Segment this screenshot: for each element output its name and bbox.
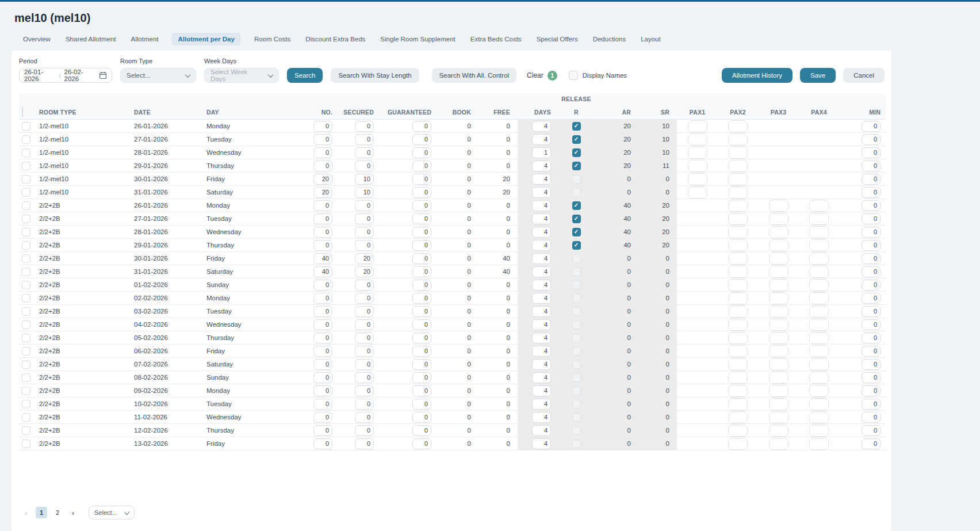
days-input[interactable]	[532, 346, 551, 357]
release-checkbox[interactable]	[572, 440, 581, 448]
pax4-input[interactable]	[809, 266, 829, 278]
min-input[interactable]	[862, 280, 881, 291]
days-input[interactable]	[532, 240, 551, 251]
min-input[interactable]	[862, 372, 881, 383]
no-input[interactable]	[313, 385, 332, 396]
min-input[interactable]	[862, 213, 881, 224]
min-input[interactable]	[862, 147, 881, 158]
pax2-input[interactable]	[728, 319, 748, 331]
secured-input[interactable]	[355, 359, 374, 370]
min-input[interactable]	[862, 174, 881, 185]
no-input[interactable]	[313, 319, 332, 330]
display-names-checkbox[interactable]	[569, 71, 578, 80]
tab-shared-allotment[interactable]: Shared Allotment	[64, 33, 117, 45]
pax2-input[interactable]	[728, 398, 748, 410]
search-button[interactable]: Search	[287, 68, 323, 83]
days-input[interactable]	[532, 319, 551, 330]
release-checkbox[interactable]: ✓	[572, 135, 581, 144]
pax3-input[interactable]	[769, 425, 788, 437]
days-input[interactable]	[532, 266, 551, 277]
row-checkbox[interactable]	[22, 334, 30, 342]
days-input[interactable]	[532, 121, 551, 132]
row-checkbox[interactable]	[22, 347, 30, 356]
release-checkbox[interactable]: ✓	[572, 241, 581, 250]
no-input[interactable]	[313, 359, 332, 370]
pax2-input[interactable]	[728, 239, 748, 251]
pax2-input[interactable]	[728, 425, 748, 437]
pax2-input[interactable]	[728, 345, 748, 357]
row-checkbox[interactable]	[22, 135, 30, 144]
min-input[interactable]	[862, 266, 881, 277]
min-input[interactable]	[862, 385, 881, 396]
allotment-history-button[interactable]: Allotment History	[722, 68, 793, 83]
secured-input[interactable]	[355, 385, 374, 396]
secured-input[interactable]	[355, 372, 374, 383]
days-input[interactable]	[532, 438, 551, 449]
secured-input[interactable]	[355, 200, 374, 211]
pax4-input[interactable]	[809, 398, 829, 410]
guaranteed-input[interactable]	[412, 399, 431, 410]
search-all-control-button[interactable]: Search With All. Control	[432, 68, 516, 83]
pax3-input[interactable]	[769, 358, 788, 370]
secured-input[interactable]	[355, 425, 374, 436]
pax3-input[interactable]	[769, 226, 788, 238]
pax1-input[interactable]	[688, 186, 707, 198]
pax4-input[interactable]	[809, 292, 829, 304]
pax4-input[interactable]	[809, 411, 829, 423]
days-input[interactable]	[532, 372, 551, 383]
pax1-input[interactable]	[688, 160, 707, 172]
pax4-input[interactable]	[809, 425, 829, 437]
no-input[interactable]	[313, 280, 332, 291]
pax4-input[interactable]	[809, 213, 829, 225]
pax3-input[interactable]	[769, 345, 788, 357]
pax4-input[interactable]	[809, 239, 829, 251]
pax1-input[interactable]	[688, 173, 707, 185]
no-input[interactable]	[313, 425, 332, 436]
secured-input[interactable]	[355, 280, 374, 291]
row-checkbox[interactable]	[22, 320, 30, 329]
row-checkbox[interactable]	[22, 201, 30, 210]
pax1-input[interactable]	[688, 133, 707, 146]
row-checkbox[interactable]	[22, 188, 30, 197]
pax3-input[interactable]	[769, 200, 788, 212]
guaranteed-input[interactable]	[412, 266, 431, 277]
row-checkbox[interactable]	[22, 360, 30, 369]
pax4-input[interactable]	[809, 200, 829, 212]
row-checkbox[interactable]	[22, 440, 30, 448]
period-from-value[interactable]: 26-01-2026	[24, 68, 56, 82]
pax2-input[interactable]	[728, 279, 748, 291]
days-input[interactable]	[532, 174, 551, 185]
pax4-input[interactable]	[809, 279, 829, 291]
room-type-select[interactable]: Select...	[120, 68, 196, 83]
pax4-input[interactable]	[809, 385, 829, 397]
period-input[interactable]: 26-01-2026 | 26-02-2026	[19, 68, 112, 83]
secured-input[interactable]	[355, 227, 374, 238]
pax2-input[interactable]	[728, 385, 748, 397]
pax2-input[interactable]	[728, 253, 748, 265]
guaranteed-input[interactable]	[412, 306, 431, 317]
days-input[interactable]	[532, 399, 551, 410]
pax3-input[interactable]	[769, 372, 788, 384]
release-checkbox[interactable]	[572, 281, 581, 289]
row-checkbox[interactable]	[22, 175, 30, 184]
pax2-input[interactable]	[728, 411, 748, 423]
pax2-input[interactable]	[728, 372, 748, 384]
pax1-input[interactable]	[688, 147, 707, 159]
release-checkbox[interactable]: ✓	[572, 148, 581, 157]
no-input[interactable]	[313, 399, 332, 410]
pax3-input[interactable]	[769, 319, 788, 331]
no-input[interactable]	[313, 121, 332, 132]
calendar-icon[interactable]	[99, 71, 107, 79]
pax4-input[interactable]	[809, 438, 829, 450]
tab-discount-extra-beds[interactable]: Discount Extra Beds	[304, 33, 366, 45]
pax2-input[interactable]	[728, 213, 748, 225]
row-checkbox[interactable]	[22, 241, 30, 250]
pax4-input[interactable]	[809, 332, 829, 344]
guaranteed-input[interactable]	[412, 174, 431, 185]
secured-input[interactable]	[355, 293, 374, 304]
min-input[interactable]	[862, 161, 881, 171]
days-input[interactable]	[532, 227, 551, 238]
search-stay-length-button[interactable]: Search With Stay Length	[331, 68, 419, 83]
tab-layout[interactable]: Layout	[640, 33, 662, 45]
prev-page-button[interactable]: ‹	[22, 509, 30, 517]
